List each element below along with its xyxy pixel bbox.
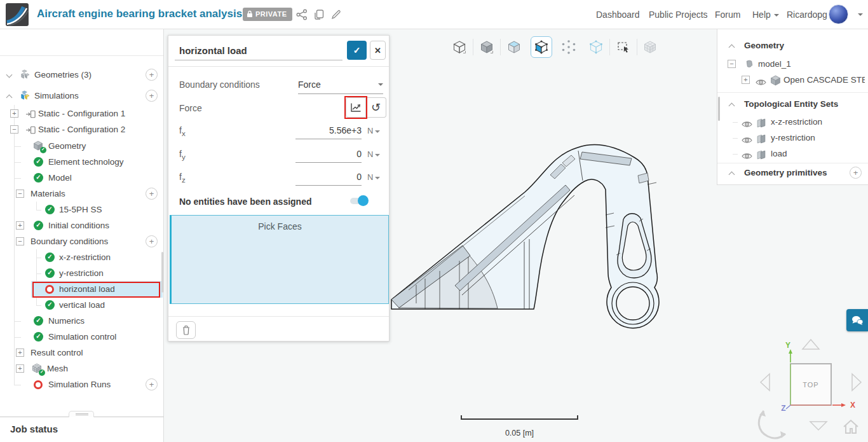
simscale-logo[interactable] bbox=[6, 3, 29, 26]
navigation-cube-widget[interactable]: TOP Y X Z bbox=[750, 331, 868, 442]
topological-entity-sets-header[interactable]: Topological Entity Sets bbox=[717, 97, 868, 113]
tree-item-set-y-restriction[interactable]: y-restriction bbox=[717, 130, 868, 146]
tree-item-horizontal-load[interactable]: horizontal load bbox=[0, 281, 163, 298]
nav-username[interactable]: Ricardopg bbox=[787, 10, 827, 20]
collapse-icon[interactable] bbox=[10, 125, 18, 134]
tree-item-element-technology[interactable]: Element technology bbox=[0, 154, 163, 170]
tree-item-geometry[interactable]: Geometry bbox=[0, 138, 163, 155]
collapse-icon[interactable] bbox=[728, 60, 736, 68]
geometry-primitives-header[interactable]: Geometry primitives bbox=[717, 165, 868, 181]
chevron-up-icon[interactable] bbox=[6, 93, 11, 99]
tree-item-vertical-load[interactable]: vertical load bbox=[0, 297, 163, 314]
bc-name-input[interactable] bbox=[175, 41, 342, 60]
toolbar-shaded-view-button[interactable] bbox=[503, 36, 525, 58]
copy-icon[interactable] bbox=[313, 9, 325, 20]
eye-icon[interactable] bbox=[742, 135, 752, 146]
add-simulation-run-button[interactable] bbox=[146, 378, 158, 390]
fz-value-field[interactable]: 0 bbox=[295, 172, 362, 186]
chevron-up-icon[interactable] bbox=[729, 170, 734, 176]
expand-icon[interactable] bbox=[742, 76, 750, 84]
bc-type-select[interactable]: Force bbox=[298, 79, 383, 94]
tree-item-geometries[interactable]: Geometries (3) bbox=[0, 67, 163, 83]
right-panel-scrollbar[interactable] bbox=[718, 97, 720, 121]
close-button[interactable] bbox=[370, 41, 386, 60]
tree-item-label: Geometries (3) bbox=[34, 70, 92, 79]
nav-dashboard[interactable]: Dashboard bbox=[596, 10, 640, 20]
job-status-drag-handle[interactable] bbox=[69, 411, 94, 417]
view-cube-face-label: TOP bbox=[803, 381, 818, 389]
collapse-icon[interactable] bbox=[16, 190, 24, 198]
chevron-down-icon[interactable] bbox=[858, 13, 863, 16]
toolbar-mesh-view-button[interactable] bbox=[639, 36, 661, 58]
nav-forum[interactable]: Forum bbox=[715, 10, 740, 20]
tree-item-simulations[interactable]: Simulations bbox=[0, 88, 163, 104]
fx-unit-select[interactable]: N bbox=[367, 126, 380, 135]
toolbar-wireframe-view-button[interactable] bbox=[449, 36, 470, 58]
confirm-button[interactable] bbox=[347, 41, 367, 60]
expand-icon[interactable] bbox=[10, 109, 18, 118]
rotate-right-arrow[interactable] bbox=[852, 374, 861, 390]
formula-table-input-button[interactable] bbox=[346, 97, 366, 118]
fy-value-field[interactable]: 0 bbox=[295, 149, 362, 163]
tree-item-model-1[interactable]: model_1 bbox=[717, 57, 868, 73]
tree-item-y-restriction[interactable]: y-restriction bbox=[0, 265, 163, 282]
eye-icon[interactable] bbox=[742, 119, 752, 130]
tree-item-static-configuration-1[interactable]: Static - Configuration 1 bbox=[0, 106, 163, 122]
expand-icon[interactable] bbox=[16, 349, 24, 357]
home-view-icon[interactable] bbox=[844, 420, 858, 433]
tree-item-numerics[interactable]: Numerics bbox=[0, 313, 163, 329]
geometry-section-header[interactable]: Geometry bbox=[717, 38, 868, 54]
add-geometry-primitive-button[interactable] bbox=[850, 167, 862, 179]
reset-button[interactable]: ↺ bbox=[366, 97, 386, 118]
chevron-down-icon[interactable] bbox=[6, 73, 11, 78]
fy-unit-select[interactable]: N bbox=[367, 149, 380, 159]
tree-item-materials[interactable]: Materials bbox=[0, 186, 163, 202]
expand-icon[interactable] bbox=[16, 364, 24, 373]
pick-faces-dropzone[interactable]: Pick Faces bbox=[170, 215, 389, 304]
chevron-up-icon[interactable] bbox=[729, 102, 734, 107]
nav-help[interactable]: Help bbox=[752, 10, 779, 20]
divider bbox=[717, 92, 868, 93]
tree-item-mesh[interactable]: Mesh bbox=[0, 361, 163, 377]
tree-item-set-load[interactable]: load bbox=[717, 146, 868, 162]
eye-icon[interactable] bbox=[742, 151, 752, 162]
toolbar-face-select-button[interactable] bbox=[531, 36, 552, 58]
toolbar-box-select-button[interactable] bbox=[613, 36, 634, 58]
add-boundary-condition-button[interactable] bbox=[146, 235, 158, 247]
add-simulation-button[interactable] bbox=[146, 90, 158, 102]
tree-item-boundary-conditions[interactable]: Boundary conditions bbox=[0, 233, 163, 250]
share-icon[interactable] bbox=[296, 9, 308, 20]
rotate-down-arrow[interactable] bbox=[810, 422, 827, 430]
delete-assignment-button[interactable] bbox=[176, 321, 196, 339]
rotate-left-arrow[interactable] bbox=[761, 374, 770, 390]
toolbar-transparent-view-button[interactable] bbox=[585, 36, 607, 58]
toolbar-separator bbox=[500, 39, 501, 55]
add-material-button[interactable] bbox=[146, 188, 158, 200]
tree-item-material-15-5ph-ss[interactable]: 15-5PH SS bbox=[0, 202, 163, 218]
chevron-up-icon[interactable] bbox=[729, 43, 734, 48]
eye-icon[interactable] bbox=[756, 77, 766, 88]
bracket-3d-model[interactable] bbox=[390, 121, 675, 337]
tree-item-static-configuration-2[interactable]: Static - Configuration 2 bbox=[0, 121, 163, 138]
support-chat-button[interactable] bbox=[846, 309, 868, 331]
expand-icon[interactable] bbox=[16, 221, 24, 230]
tree-item-simulation-control[interactable]: Simulation control bbox=[0, 329, 163, 345]
add-geometry-button[interactable] bbox=[146, 69, 158, 81]
tree-item-model[interactable]: Model bbox=[0, 170, 163, 186]
toolbar-solid-view-button[interactable] bbox=[476, 36, 498, 58]
fz-unit-select[interactable]: N bbox=[367, 172, 380, 182]
assignment-toggle[interactable] bbox=[350, 198, 367, 204]
tree-item-result-control[interactable]: Result control bbox=[0, 345, 163, 361]
tree-item-x-z-restriction[interactable]: x-z-restriction bbox=[0, 249, 163, 266]
fx-value-field[interactable]: 5.56e+3 bbox=[295, 125, 362, 139]
tree-item-initial-conditions[interactable]: Initial conditions bbox=[0, 218, 163, 234]
tree-item-simulation-runs[interactable]: Simulation Runs bbox=[0, 376, 163, 393]
tree-item-cad-part[interactable]: Open CASCADE STE... bbox=[717, 73, 868, 88]
rotate-up-arrow[interactable] bbox=[803, 340, 819, 349]
nav-public-projects[interactable]: Public Projects bbox=[649, 10, 708, 20]
collapse-icon[interactable] bbox=[16, 237, 24, 245]
tree-item-set-x-z-restriction[interactable]: x-z-restriction bbox=[717, 114, 868, 130]
edit-pencil-icon[interactable] bbox=[330, 9, 342, 20]
avatar[interactable] bbox=[829, 4, 848, 24]
toolbar-vertex-view-button[interactable] bbox=[558, 36, 580, 58]
